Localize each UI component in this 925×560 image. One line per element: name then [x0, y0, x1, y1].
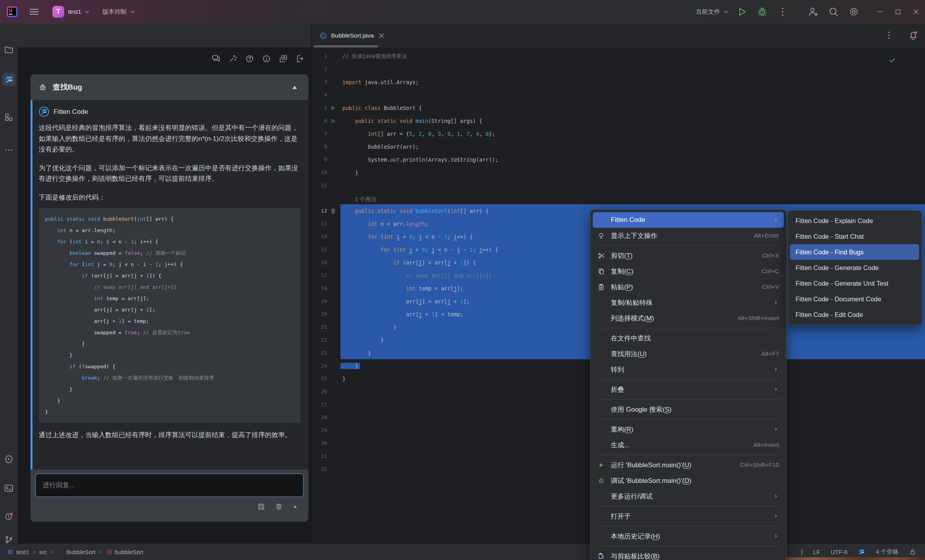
- menu-item[interactable]: 在文件中查找: [593, 330, 784, 346]
- code-line[interactable]: 11: [311, 179, 925, 192]
- menu-item[interactable]: 复制/粘贴特殊: [593, 295, 784, 310]
- add-user-icon[interactable]: [807, 6, 819, 18]
- window-close-button[interactable]: [907, 0, 925, 23]
- main-menu-icon[interactable]: [28, 6, 40, 18]
- more-actions-icon[interactable]: [777, 6, 788, 18]
- menu-item-shortcut: Ctrl+Shift+F10: [740, 461, 779, 468]
- exit-panel-icon[interactable]: [295, 54, 305, 63]
- sidebar-item-problems[interactable]: [2, 510, 16, 523]
- menu-item[interactable]: 运行 'BubbleSort.main()'(U)Ctrl+Shift+F10: [593, 457, 784, 473]
- menu-item[interactable]: 折叠: [593, 382, 784, 397]
- status-widget[interactable]: UTF-8: [831, 549, 848, 555]
- collapse-up-icon[interactable]: [290, 83, 299, 92]
- menu-item[interactable]: 生成...Alt+Insert: [593, 437, 784, 453]
- submenu-item[interactable]: Fitten Code - Document Code: [790, 291, 919, 307]
- tab-bubblesort-java[interactable]: C BubbleSort.java: [317, 23, 388, 48]
- menu-item[interactable]: 重构(R): [593, 421, 784, 437]
- window-maximize-button[interactable]: [889, 0, 907, 23]
- chevron-down-icon[interactable]: [722, 8, 729, 15]
- code-line[interactable]: 1// 生成java冒泡排序算法: [311, 50, 925, 63]
- magic-wand-icon[interactable]: [228, 54, 238, 63]
- status-widget[interactable]: ): [801, 549, 803, 555]
- sidebar-item-project[interactable]: [2, 43, 16, 56]
- menu-separator: [596, 419, 781, 420]
- menu-item[interactable]: 转到: [593, 362, 784, 377]
- menu-item[interactable]: 查找用法(U)Alt+F7: [593, 346, 784, 362]
- project-avatar[interactable]: T: [52, 6, 64, 18]
- close-icon[interactable]: [378, 32, 385, 40]
- menu-item[interactable]: 剪切(T)Ctrl+X: [593, 248, 784, 263]
- breadcrumb-item[interactable]: test1: [7, 549, 29, 555]
- menu-item[interactable]: 更多运行/调试: [593, 488, 784, 504]
- run-config-selector[interactable]: 当前文件: [696, 8, 720, 16]
- help-circle-icon[interactable]: [245, 54, 254, 63]
- debug-button[interactable]: [756, 6, 768, 18]
- unlock-icon[interactable]: [909, 548, 916, 556]
- project-name[interactable]: test1: [68, 8, 81, 15]
- tab-options-kebab-icon[interactable]: [884, 30, 894, 41]
- status-widget[interactable]: 4 个空格: [876, 548, 898, 556]
- panel-header-strip: [18, 23, 311, 48]
- line-number: 24: [311, 363, 327, 369]
- code-line[interactable]: 9 System.out.println(Arrays.toString(arr…: [311, 153, 925, 166]
- chat-bubbles-icon[interactable]: [211, 54, 221, 63]
- gutter-run-icon[interactable]: [330, 105, 336, 111]
- chevron-down-icon[interactable]: [84, 8, 91, 15]
- code-line[interactable]: 5public class BubbleSort {: [311, 101, 925, 114]
- code-line[interactable]: 8 bubbleSort(arr);: [311, 140, 925, 153]
- status-widget[interactable]: LF: [813, 549, 820, 555]
- breadcrumb-item[interactable]: src: [39, 549, 47, 555]
- save-icon[interactable]: [257, 502, 265, 511]
- sidebar-item-more[interactable]: [2, 143, 16, 157]
- sidebar-item-terminal[interactable]: [2, 481, 16, 495]
- usages-inlay-hint[interactable]: 1 个用法: [311, 192, 925, 204]
- settings-gear-icon[interactable]: [848, 6, 860, 18]
- collapse-up-icon[interactable]: [292, 502, 298, 511]
- close-all-windows-icon[interactable]: [279, 54, 288, 63]
- menu-item[interactable]: 粘贴(P)Ctrl+V: [593, 279, 784, 295]
- menu-item[interactable]: Fitten Code: [593, 212, 784, 228]
- menu-item[interactable]: 本地历史记录(H): [593, 528, 784, 544]
- sidebar-item-run[interactable]: [2, 452, 16, 466]
- gutter-run-icon[interactable]: [330, 118, 336, 124]
- code-line[interactable]: 7 int[] arr = {5, 2, 8, 3, 9, 1, 7, 4, 6…: [311, 127, 925, 140]
- code-line[interactable]: 10 }: [311, 166, 925, 179]
- search-icon[interactable]: [828, 6, 839, 18]
- code-line[interactable]: 4: [311, 88, 925, 101]
- vcs-widget[interactable]: 版本控制: [103, 8, 127, 16]
- menu-item-label: 折叠: [611, 385, 624, 394]
- menu-item[interactable]: 调试 'BubbleSort.main()'(D): [593, 473, 784, 488]
- notifications-bell-icon[interactable]: [908, 30, 919, 41]
- window-minimize-button[interactable]: [871, 0, 889, 23]
- code-line[interactable]: 3import java.util.Arrays;: [311, 76, 925, 88]
- submenu-item[interactable]: Fitten Code - Edit Code: [790, 307, 919, 322]
- menu-item[interactable]: 与剪贴板比较(B): [593, 548, 784, 560]
- sidebar-item-fitten-code[interactable]: [2, 73, 16, 86]
- trash-icon[interactable]: [275, 502, 283, 511]
- breadcrumb-item[interactable]: BubbleSort: [57, 549, 95, 555]
- submenu-item[interactable]: Fitten Code - Explain Code: [790, 213, 919, 229]
- submenu-item[interactable]: Fitten Code - Generate Code: [790, 260, 919, 275]
- breadcrumb-item[interactable]: mbubbleSort: [106, 549, 144, 555]
- menu-item[interactable]: 列选择模式(M)Alt+Shift+Insert: [593, 310, 784, 326]
- menu-separator: [596, 399, 781, 400]
- info-circle-icon[interactable]: [262, 54, 271, 63]
- fitten-logo-icon[interactable]: [858, 548, 865, 556]
- submenu-item[interactable]: Fitten Code - Generate Unit Test: [790, 275, 919, 291]
- desktop-edge: [779, 557, 925, 560]
- code-line[interactable]: 6 public static void main(String[] args)…: [311, 114, 925, 127]
- submenu-item[interactable]: Fitten Code - Start Chat: [790, 229, 919, 244]
- run-button[interactable]: [736, 6, 748, 18]
- submenu-item[interactable]: Fitten Code - Find Bugs: [790, 244, 919, 260]
- menu-item[interactable]: 复制(C)Ctrl+C: [593, 263, 784, 279]
- chevron-down-icon[interactable]: [129, 8, 136, 15]
- menu-item[interactable]: 使用 Google 搜索(S): [593, 402, 784, 417]
- menu-item-label: 本地历史记录(H): [611, 532, 660, 541]
- menu-item[interactable]: 显示上下文操作Alt+Enter: [593, 228, 784, 243]
- sidebar-item-structure[interactable]: [2, 110, 16, 124]
- code-line[interactable]: 2: [311, 63, 925, 76]
- reply-input[interactable]: [36, 474, 303, 497]
- suggested-code-line: arr[j] = arr[j + 1];: [45, 304, 294, 315]
- annotation-gutter-icon[interactable]: @: [331, 207, 335, 214]
- menu-item[interactable]: 打开于: [593, 508, 784, 524]
